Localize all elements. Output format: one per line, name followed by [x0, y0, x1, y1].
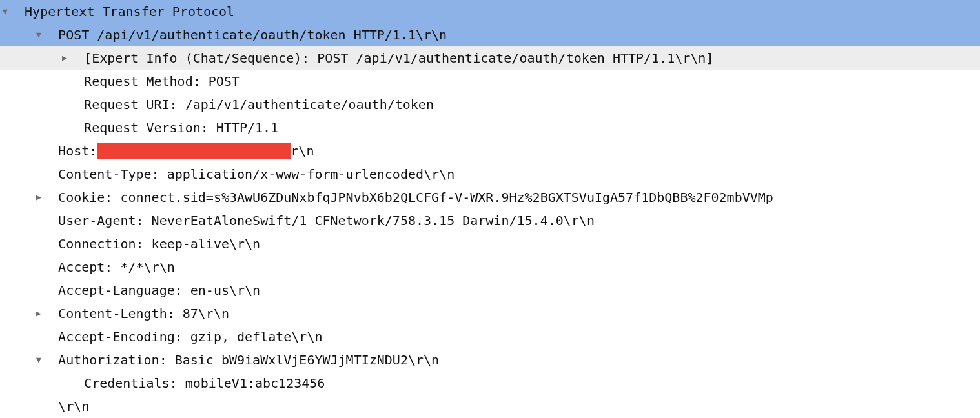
request-line: POST /api/v1/authenticate/oauth/token HT… [58, 27, 447, 43]
tree-request-uri[interactable]: • Request URI: /api/v1/authenticate/oaut… [0, 93, 980, 116]
content-type: Content-Type: application/x-www-form-url… [58, 166, 454, 182]
chevron-right-icon[interactable]: ▶ [36, 190, 50, 204]
request-method: Request Method: POST [84, 74, 240, 89]
chevron-right-icon[interactable]: ▶ [36, 306, 50, 321]
tree-header-host[interactable]: • Host:r\n [0, 139, 980, 163]
packet-tree: ▼ Hypertext Transfer Protocol ▼ POST /ap… [0, 0, 980, 418]
authorization: Authorization: Basic bW9iaWxlVjE6YWJjMTI… [58, 352, 439, 368]
tree-header-authorization[interactable]: ▼ Authorization: Basic bW9iaWxlVjE6YWJjM… [0, 348, 980, 372]
connection: Connection: keep-alive\r\n [58, 236, 260, 252]
tree-header-accept-encoding[interactable]: • Accept-Encoding: gzip, deflate\r\n [0, 325, 980, 348]
tree-header-content-length[interactable]: ▶ Content-Length: 87\r\n [0, 302, 980, 325]
redacted-host [97, 143, 291, 159]
user-agent: User-Agent: NeverEatAloneSwift/1 CFNetwo… [58, 213, 595, 228]
credentials: Credentials: mobileV1:abc123456 [84, 375, 325, 391]
tree-empty-line[interactable]: • \r\n [0, 395, 980, 418]
crlf: \r\n [58, 399, 89, 414]
tree-header-cookie[interactable]: ▶ Cookie: connect.sid=s%3AwU6ZDuNxbfqJPN… [0, 186, 980, 209]
accept-encoding: Accept-Encoding: gzip, deflate\r\n [58, 329, 322, 344]
tree-request-line[interactable]: ▼ POST /api/v1/authenticate/oauth/token … [0, 23, 980, 46]
request-version: Request Version: HTTP/1.1 [84, 120, 278, 135]
tree-header-accept[interactable]: • Accept: */*\r\n [0, 255, 980, 279]
tree-protocol-header[interactable]: ▼ Hypertext Transfer Protocol [0, 0, 980, 23]
host-suffix: r\n [291, 143, 314, 159]
host-label: Host: [58, 143, 97, 159]
accept-language: Accept-Language: en-us\r\n [58, 283, 260, 298]
cookie-value: Cookie: connect.sid=s%3AwU6ZDuNxbfqJPNvb… [58, 190, 773, 205]
tree-expert-info[interactable]: ▶ [Expert Info (Chat/Sequence): POST /ap… [0, 46, 980, 70]
accept: Accept: */*\r\n [58, 259, 175, 275]
protocol-name: Hypertext Transfer Protocol [25, 4, 234, 19]
content-length: Content-Length: 87\r\n [58, 306, 229, 321]
tree-header-user-agent[interactable]: • User-Agent: NeverEatAloneSwift/1 CFNet… [0, 209, 980, 232]
tree-header-accept-language[interactable]: • Accept-Language: en-us\r\n [0, 279, 980, 302]
chevron-down-icon[interactable]: ▼ [36, 27, 50, 42]
tree-request-method[interactable]: • Request Method: POST [0, 70, 980, 93]
chevron-right-icon[interactable]: ▶ [62, 50, 76, 65]
chevron-down-icon[interactable]: ▼ [36, 352, 50, 367]
tree-header-connection[interactable]: • Connection: keep-alive\r\n [0, 232, 980, 255]
tree-credentials[interactable]: • Credentials: mobileV1:abc123456 [0, 372, 980, 395]
tree-header-content-type[interactable]: • Content-Type: application/x-www-form-u… [0, 163, 980, 186]
tree-request-version[interactable]: • Request Version: HTTP/1.1 [0, 116, 980, 139]
request-uri: Request URI: /api/v1/authenticate/oauth/… [84, 97, 434, 112]
chevron-down-icon[interactable]: ▼ [3, 4, 17, 19]
expert-info-text: [Expert Info (Chat/Sequence): POST /api/… [84, 50, 713, 66]
